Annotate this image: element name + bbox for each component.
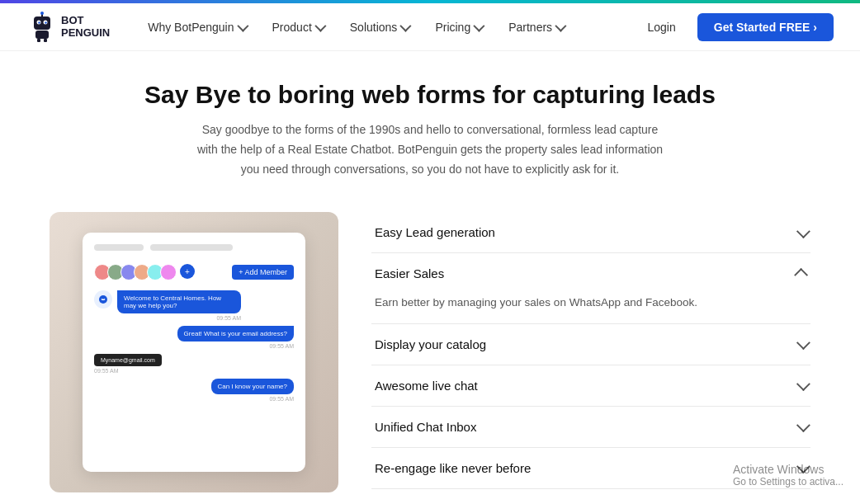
mock-line <box>150 244 233 251</box>
accordion-title-re-engage: Re-engage like never before <box>375 461 531 475</box>
accordion-item-awesome-live-chat[interactable]: Awesome live chat <box>371 365 810 407</box>
svg-rect-9 <box>37 39 40 42</box>
svg-point-4 <box>38 21 40 23</box>
mock-user-row: Great! What is your email address? 09:55… <box>94 326 294 349</box>
mockup-card: + + Add Member Welcome to Central Homes.… <box>83 233 305 472</box>
chevron-down-icon <box>796 337 810 351</box>
chevron-down-icon <box>400 20 412 31</box>
accordion-title-easier-sales: Easier Sales <box>375 266 444 280</box>
nav-item-partners[interactable]: Partners <box>497 16 575 39</box>
mock-email-row: Myname@gmail.com 09:55 AM <box>94 354 294 374</box>
logo-text: BOT PENGUIN <box>61 15 110 39</box>
chevron-down-icon <box>796 224 810 238</box>
chevron-down-icon <box>796 502 810 504</box>
navigation: BOT PENGUIN Why BotPenguin Product Solut… <box>0 3 860 51</box>
chevron-down-icon <box>555 20 566 31</box>
mock-bot-row: Welcome to Central Homes. How may we hel… <box>94 290 294 321</box>
mock-avatars: + <box>94 264 195 280</box>
accordion-item-re-engage[interactable]: Re-engage like never before <box>371 448 810 489</box>
mock-line <box>94 244 144 251</box>
mock-name-row: Can I know your name? 09:55 AM <box>94 379 294 402</box>
chevron-up-icon <box>794 268 808 282</box>
accordion-header-easier-sales[interactable]: Easier Sales <box>371 253 810 294</box>
chevron-down-icon <box>796 419 810 433</box>
hero-subtitle: Say goodbye to the forms of the 1990s an… <box>191 120 669 179</box>
accordion-header-awesome-live-chat[interactable]: Awesome live chat <box>371 365 810 406</box>
svg-point-7 <box>40 12 44 15</box>
svg-rect-1 <box>34 16 50 30</box>
chevron-down-icon <box>237 20 248 31</box>
accordion-item-easy-lead[interactable]: Easy Lead generation <box>371 212 810 253</box>
hero-section: Say Bye to boring web forms for capturin… <box>0 51 860 195</box>
svg-point-5 <box>45 21 46 23</box>
nav-item-product[interactable]: Product <box>261 16 335 39</box>
accordion-header-easy-lead[interactable]: Easy Lead generation <box>371 212 810 252</box>
accordion-header-unified-chat[interactable]: Unified Chat Inbox <box>371 407 810 447</box>
svg-rect-10 <box>44 39 47 42</box>
chevron-down-icon <box>474 20 485 31</box>
accordion-title-awesome-live-chat: Awesome live chat <box>375 379 478 393</box>
nav-item-pricing[interactable]: Pricing <box>423 16 494 39</box>
mock-bot-avatar <box>94 290 112 309</box>
logo[interactable]: BOT PENGUIN <box>26 12 110 43</box>
mockup-container: + + Add Member Welcome to Central Homes.… <box>50 212 338 492</box>
mock-add-member-button: + Add Member <box>232 265 294 280</box>
nav-right: Login Get Started FREE › <box>639 13 834 41</box>
accordion-item-easier-sales[interactable]: Easier Sales Earn better by managing you… <box>371 253 810 324</box>
mock-avatar <box>160 264 177 280</box>
accordion-body-easier-sales: Earn better by managing your sales on Wh… <box>371 294 810 323</box>
accordion-title-display-catalog: Display your catalog <box>375 337 486 351</box>
mock-top-lines <box>94 244 294 251</box>
accordion-item-unified-chat[interactable]: Unified Chat Inbox <box>371 407 810 448</box>
accordion-section: Easy Lead generation Easier Sales Earn b… <box>371 212 810 504</box>
nav-item-solutions[interactable]: Solutions <box>338 16 421 39</box>
logo-icon <box>26 12 58 43</box>
chevron-down-icon <box>314 20 326 31</box>
chevron-down-icon <box>796 378 810 392</box>
accordion-header-display-catalog[interactable]: Display your catalog <box>371 324 810 365</box>
mock-chat: Welcome to Central Homes. How may we hel… <box>94 290 294 460</box>
get-started-button[interactable]: Get Started FREE › <box>697 13 834 41</box>
hero-title: Say Bye to boring web forms for capturin… <box>17 81 843 109</box>
accordion-header-easy-crm[interactable]: Easy CRM integration <box>371 489 810 504</box>
accordion-item-easy-crm[interactable]: Easy CRM integration <box>371 489 810 504</box>
nav-item-why-botpenguin[interactable]: Why BotPenguin <box>136 16 257 39</box>
accordion-title-easy-lead: Easy Lead generation <box>375 225 495 239</box>
mock-bot-bubble: Welcome to Central Homes. How may we hel… <box>117 290 241 321</box>
accordion-title-unified-chat: Unified Chat Inbox <box>375 420 476 434</box>
svg-rect-8 <box>35 31 49 39</box>
login-button[interactable]: Login <box>639 16 683 39</box>
accordion-header-re-engage[interactable]: Re-engage like never before <box>371 448 810 488</box>
mock-member-row: + + Add Member <box>94 264 294 280</box>
mock-avatar-count: + <box>180 264 195 279</box>
chevron-down-icon <box>796 460 810 474</box>
nav-items: Why BotPenguin Product Solutions Pricing… <box>136 16 639 39</box>
main-content: + + Add Member Welcome to Central Homes.… <box>0 195 860 504</box>
accordion-item-display-catalog[interactable]: Display your catalog <box>371 324 810 365</box>
